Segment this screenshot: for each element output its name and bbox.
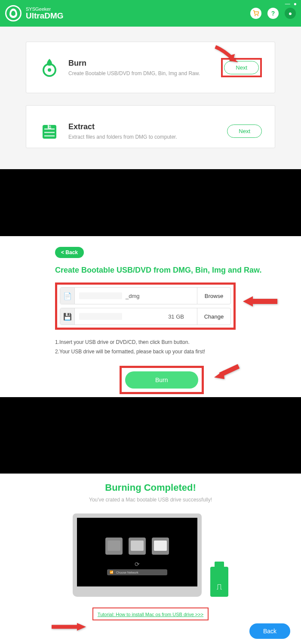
extract-next-button[interactable]: Next (227, 125, 262, 138)
refresh-icon: ⟳ (135, 561, 140, 568)
completion-subtitle: You've crated a Mac bootable USB drive s… (0, 497, 301, 503)
annotation-highlight: Burn (120, 366, 204, 394)
network-selector: 📶 Choose Network (107, 569, 167, 575)
boot-option-icon (152, 538, 169, 555)
boot-option-icon (105, 538, 123, 555)
main-menu-screen: — ● SYSGeeker UltraDMG ? ● Burn Create (0, 0, 301, 169)
window-controls: — ● (285, 1, 297, 7)
divider (0, 169, 301, 236)
extract-card-desc: Extract files and folders from DMG to co… (68, 134, 218, 140)
burn-setup-screen: < Back Create Bootable USB/DVD from DMG,… (0, 236, 301, 397)
back-button[interactable]: Back (249, 623, 290, 639)
logo-icon (5, 5, 22, 21)
app-header: — ● SYSGeeker UltraDMG ? ● (0, 0, 301, 27)
annotation-arrow-icon (49, 622, 88, 632)
instruction-1: 1.Insert your USB drive or DVD/CD, then … (55, 339, 301, 345)
instruction-2: 2.Your USB drive will be formatted, plea… (55, 349, 301, 355)
completion-title: Burning Completed! (0, 482, 301, 493)
cart-icon[interactable] (250, 8, 261, 19)
minimize-icon[interactable]: — (285, 1, 290, 7)
brand-title: UltraDMG (26, 12, 64, 21)
burn-button[interactable]: Burn (125, 371, 198, 389)
usb-icon: ⎍ (210, 567, 228, 597)
svg-point-3 (48, 68, 51, 72)
laptop-illustration: ⟳ 📶 Choose Network (73, 513, 202, 597)
extract-icon: E (39, 121, 60, 141)
annotation-arrow-icon (213, 45, 243, 67)
back-button[interactable]: < Back (55, 247, 84, 258)
tutorial-link[interactable]: Tutorial: How to install Mac os from USB… (98, 612, 203, 617)
source-file-row: 📄 _dmg Browse (60, 287, 231, 304)
burn-icon (39, 57, 60, 78)
brand-subtitle: SYSGeeker (26, 6, 64, 12)
annotation-highlight: Tutorial: How to install Mac os from USB… (92, 608, 209, 620)
svg-point-1 (258, 15, 258, 16)
extract-card: E Extract Extract files and folders from… (26, 105, 275, 148)
divider (0, 397, 301, 474)
annotation-arrow-icon (211, 363, 241, 380)
annotation-highlight: 📄 _dmg Browse 💾 31 GB Change (55, 283, 236, 330)
burn-heading: Create Bootable USB/DVD from DMG, Bin, I… (55, 266, 301, 275)
extract-card-title: Extract (68, 122, 218, 131)
target-drive-row: 💾 31 GB Change (60, 308, 231, 325)
annotation-arrow-icon (241, 294, 280, 309)
help-icon[interactable]: ? (267, 8, 279, 19)
close-icon[interactable]: ● (294, 1, 297, 7)
change-button[interactable]: Change (197, 308, 230, 325)
profile-icon[interactable]: ● (285, 8, 296, 19)
file-icon: 📄 (60, 288, 75, 304)
svg-rect-6 (44, 132, 55, 133)
browse-button[interactable]: Browse (197, 288, 230, 304)
illustration: ⟳ 📶 Choose Network ⎍ (0, 513, 301, 597)
svg-point-0 (255, 15, 255, 16)
drive-icon: 💾 (60, 308, 75, 325)
burn-card-desc: Create Bootable USB/DVD from DMG, Bin, I… (68, 70, 212, 76)
svg-text:E: E (47, 123, 51, 130)
boot-option-icon (129, 538, 146, 555)
source-file-value: _dmg (75, 292, 197, 299)
instructions: 1.Insert your USB drive or DVD/CD, then … (55, 339, 301, 355)
brand-area: SYSGeeker UltraDMG (5, 5, 64, 21)
target-drive-value: 31 GB (75, 313, 197, 320)
burn-card-title: Burn (68, 59, 212, 68)
completion-screen: Burning Completed! You've crated a Mac b… (0, 474, 301, 644)
svg-rect-7 (44, 135, 55, 137)
